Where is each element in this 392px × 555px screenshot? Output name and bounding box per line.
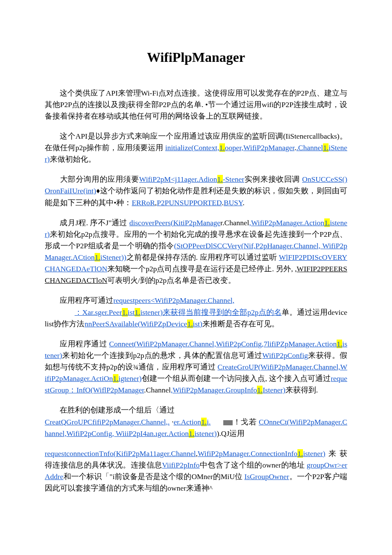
text: · — [170, 418, 173, 426]
link-connectioninfolistener[interactable]: WifiP2pManager.ConnectionInfo1.istener) — [198, 449, 326, 458]
para-8: requestconnectionTnfo(KifiP2pMa11ager.Ch… — [45, 448, 347, 494]
text: 在胜利的创建形成一个组后〈通过 — [60, 406, 175, 414]
highlight: 1. — [201, 418, 207, 426]
highlight: 1. — [297, 449, 303, 458]
redact-box-icon — [223, 420, 233, 425]
text: 来初始化一个连接到p2p点的悬求，具体的配置信息可通过 — [62, 351, 262, 360]
link-error[interactable]: ERRoR — [132, 198, 155, 207]
page-title: WifiPlpManager — [45, 47, 347, 68]
para-6: 应用程序通过 Conneet(WifiP2pManager.Channel,Wi… — [45, 338, 347, 396]
para-7: 在胜利的创建形成一个组后〈通过 CreatQGroUPCfifiP2pManag… — [45, 404, 347, 439]
text: 之前都是保持存活的. 应用程序可以通过监听 — [127, 253, 277, 262]
text: .Channel — [144, 386, 171, 394]
text: 成月J程. 序不J"通过 — [60, 218, 127, 227]
link-wifip2pinfo[interactable]: ViifiP2pInfo — [162, 461, 199, 469]
text: 来知晓一个p2p点司点搜寻是在运行还是已经停止. 另外, , — [107, 264, 297, 273]
text: 这个类供应了API来管理Wi-Fi点对点连接。这使得应用可以发觉存在的P2P点、… — [45, 89, 347, 120]
para-2: 这个API是以异步方式来响应一个应用通过该应用供应的监听回调(IiStenerc… — [45, 131, 347, 165]
text: 实例来接收回调 — [244, 175, 300, 183]
text: r.Channel — [220, 218, 249, 227]
text: 可表明火/到的p2p点名单是否已改变。 — [107, 276, 236, 285]
text: 和一个标识「"i前设备是否是这个缎的OMner的MiU位 — [63, 472, 242, 481]
text: 应用程序通过 — [60, 340, 107, 348]
highlight: 1. — [95, 253, 100, 262]
highlight: 1. — [323, 143, 329, 152]
text: 中包含了这个组的owner的地址 — [200, 461, 305, 469]
highlight: 1. — [217, 175, 223, 183]
link-requestconnectioninfo[interactable]: requestconnectionTnfo(KifiP2pMa11ager.Ch… — [45, 449, 196, 458]
highlight: 1. — [337, 340, 342, 348]
text: ！戈若 — [233, 418, 257, 426]
highlight: 1. — [219, 143, 225, 152]
link-busy[interactable]: BUSY — [224, 198, 242, 207]
text: 来获得到. — [285, 386, 318, 394]
highlight: 1. — [189, 429, 194, 438]
text: 应用程序可通过 — [60, 296, 113, 305]
document-page: WifiPlpManager 这个类供应了API来管理Wi-Fi点对点连接。这使… — [0, 0, 392, 528]
text: 创建一个组从而创建一个访问接入点, 这个接入点可通过 — [141, 374, 331, 383]
text: . — [242, 198, 244, 207]
para-4: 成月J程. 序不J"通过 discoverPeers(KitiP2pManage… — [45, 217, 347, 287]
link-discoverpeers[interactable]: discoverPeers(KitiP2pManage — [129, 218, 220, 227]
highlight: 1. — [122, 308, 127, 317]
text: 来推断是否存在可见。 — [202, 320, 279, 328]
para-1: 这个类供应了API来管理Wi-Fi点对点连接。这使得应用可以发觉存在的P2P点、… — [45, 87, 347, 122]
link-creategroup-b[interactable]: CreatQGroUPCfifiP2pManager.Channel,. — [45, 418, 170, 426]
link-wifip2pmanager-action[interactable]: WifiP2pM<j11ager.Adion1.-Stener — [139, 175, 245, 183]
highlight: 1. — [113, 374, 118, 383]
highlight: 1. — [324, 218, 330, 227]
highlight: 1. — [187, 320, 193, 328]
link-initialize[interactable]: initialize(Context,1.ooper,WifiP2pManage… — [165, 143, 294, 152]
text: ).QJ运用 — [217, 429, 245, 438]
link-requestpeers[interactable]: requestpeers<WifiP2pManager.Channel, — [113, 296, 234, 305]
highlight: 1. — [135, 308, 140, 317]
link-isgroupowner[interactable]: IsGroupOwner — [245, 472, 289, 481]
text: 来做初始化。 — [50, 155, 96, 163]
link-groupinfolistener[interactable]: ,WifiP2pManager.GroupInfo1.Istener) — [171, 386, 285, 394]
link-action[interactable]: er.Action1.i. — [173, 418, 210, 426]
para-5: 应用程序可通过requestpeers<WifiP2pManager.Chann… — [45, 295, 347, 329]
link-peerlistener[interactable]: ：Xar.sger.Peer1.ist1.istener)来获得当前搜寻到的全部… — [75, 308, 282, 317]
link-onpeersavailable[interactable]: nnPeerSAvailable(WifiPZpDevice1.ist) — [84, 320, 202, 328]
link-wifip2pconfig[interactable]: WifiP2pConfig — [262, 351, 308, 360]
link-p2punsupported[interactable]: P2PUNSUPPORTED — [157, 198, 222, 207]
text: 大部分询用的应用须要 — [60, 175, 139, 183]
highlight: 1. — [257, 386, 262, 394]
para-3: 大部分询用的应用须要WifiP2pM<j11ager.Adion1.-Stene… — [45, 174, 347, 208]
